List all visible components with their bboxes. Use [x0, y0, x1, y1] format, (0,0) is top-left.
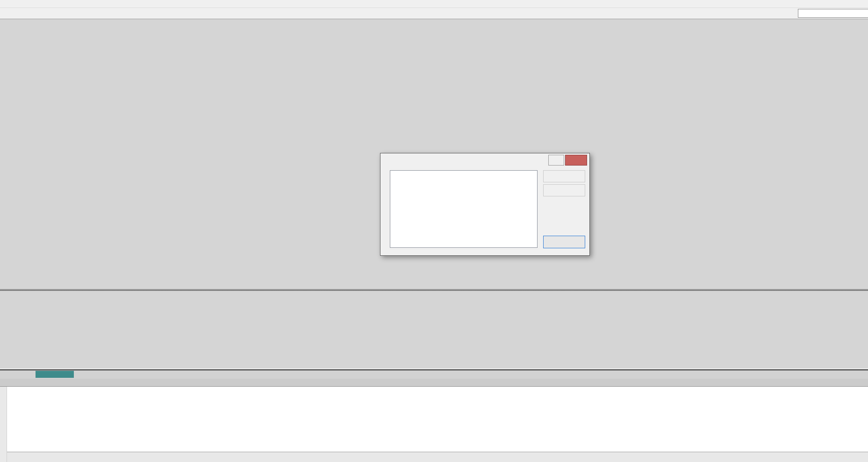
mt4-window	[0, 0, 868, 462]
indicator-tree[interactable]	[390, 170, 538, 248]
toolbar-combobox[interactable]	[798, 9, 868, 18]
indicator-list-dialog	[380, 153, 590, 256]
chart-tab-bar	[0, 378, 868, 387]
dialog-help-button[interactable]	[548, 155, 564, 166]
close-button[interactable]	[543, 236, 585, 248]
time-axis[interactable]	[0, 369, 868, 379]
toolbar	[0, 8, 868, 19]
status-bar	[0, 452, 868, 462]
delete-button[interactable]	[543, 184, 585, 196]
dialog-close-icon[interactable]	[565, 155, 587, 166]
menu-bar	[0, 0, 868, 8]
properties-button[interactable]	[543, 170, 585, 182]
selected-time-badge	[36, 371, 74, 378]
terminal-panel	[0, 386, 868, 452]
terminal-side-strip	[0, 387, 7, 462]
indicator-pane[interactable]	[0, 291, 868, 368]
dialog-titlebar[interactable]	[380, 153, 589, 166]
